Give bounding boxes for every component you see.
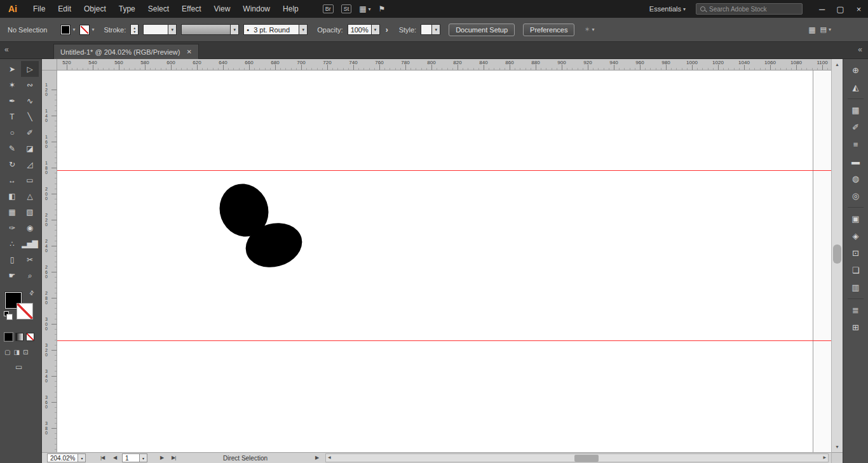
document-setup-button[interactable]: Document Setup xyxy=(449,23,515,36)
gradient-button[interactable] xyxy=(15,333,24,341)
draw-normal-button[interactable]: ▢ xyxy=(4,349,10,356)
horizontal-scrollbar[interactable]: ◀ ▶ xyxy=(325,453,829,462)
gpu-performance-icon[interactable]: ⚑ xyxy=(379,4,386,13)
stroke-color-swatch[interactable] xyxy=(17,303,33,319)
selection-tool[interactable]: ➤ xyxy=(3,61,21,77)
menu-view[interactable]: View xyxy=(208,0,237,18)
menu-edit[interactable]: Edit xyxy=(51,0,78,18)
minimize-button[interactable]: ─ xyxy=(813,0,831,18)
chevron-down-icon[interactable]: ▾ xyxy=(231,24,239,35)
gradient-icon[interactable]: ▬ xyxy=(843,153,868,170)
chevron-down-icon[interactable]: ▾ xyxy=(78,453,86,462)
appearance-icon[interactable]: ◎ xyxy=(843,187,868,205)
scroll-up-icon[interactable]: ▲ xyxy=(832,60,843,69)
scale-tool[interactable]: ◿ xyxy=(21,156,39,172)
color-themes-icon[interactable]: ⊕ xyxy=(843,62,868,79)
pen-tool[interactable]: ✒ xyxy=(3,93,21,109)
none-button[interactable] xyxy=(26,333,34,341)
stock-button[interactable]: St xyxy=(341,4,352,13)
first-artboard-button[interactable]: |◀ xyxy=(100,455,104,460)
menu-help[interactable]: Help xyxy=(276,0,305,18)
bridge-button[interactable]: Br xyxy=(323,4,334,13)
menu-window[interactable]: Window xyxy=(236,0,276,18)
scroll-right-icon[interactable]: ▶ xyxy=(823,455,826,459)
zoom-tool[interactable]: ⌕ xyxy=(21,267,39,283)
previous-artboard-button[interactable]: ◀ xyxy=(113,455,116,460)
hand-tool[interactable]: ☛ xyxy=(3,267,21,283)
blend-tool[interactable]: ◉ xyxy=(21,220,39,236)
workspace-switcher[interactable]: Essentials ▾ xyxy=(649,5,686,13)
type-tool[interactable]: T xyxy=(3,109,21,124)
restore-button[interactable]: ▢ xyxy=(831,0,850,18)
brush-definition-combo[interactable]: • 3 pt. Round ▾ xyxy=(243,24,308,35)
horizontal-ruler[interactable]: 5205405605806006206406606807007207407607… xyxy=(57,59,831,70)
stroke-icon[interactable]: ≡ xyxy=(843,136,868,153)
panel-grid-icon[interactable]: ▦ xyxy=(808,25,815,34)
brushes-icon[interactable]: ✐ xyxy=(843,119,868,136)
pencil-tool[interactable]: ✎ xyxy=(3,140,21,156)
stepper-down-icon[interactable]: ▾ xyxy=(133,30,135,34)
curvature-tool[interactable]: ∿ xyxy=(21,93,39,109)
width-profile-combo[interactable]: ▾ xyxy=(181,24,239,35)
width-tool[interactable]: ↔ xyxy=(3,172,21,188)
last-artboard-button[interactable]: ▶| xyxy=(172,455,175,460)
paintbrush-tool[interactable]: ✐ xyxy=(21,124,39,140)
direct-selection-tool[interactable]: ▷ xyxy=(21,61,39,77)
tab-close-icon[interactable]: ✕ xyxy=(186,48,191,55)
vertical-ruler[interactable]: 1201401601802002202402602803003203403603… xyxy=(42,70,57,452)
status-menu-arrow[interactable]: ▶ xyxy=(315,455,319,460)
chevron-down-icon[interactable]: ▾ xyxy=(432,24,440,35)
arrange-documents-button[interactable]: ▦ ▾ xyxy=(359,4,370,13)
document-tab[interactable]: Untitled-1* @ 204.02% (RGB/Preview) ✕ xyxy=(53,44,199,59)
ruler-origin[interactable] xyxy=(42,59,57,70)
artboard-tool[interactable]: ▯ xyxy=(3,252,21,267)
lasso-tool[interactable]: ∾ xyxy=(21,77,39,93)
style-combo[interactable]: ▾ xyxy=(421,24,440,35)
magic-wand-tool[interactable]: ✶ xyxy=(3,77,21,93)
stroke-width-combo[interactable]: ▾ xyxy=(143,24,177,35)
preferences-button[interactable]: Preferences xyxy=(523,23,574,36)
ellipse-tool[interactable]: ○ xyxy=(3,124,21,140)
opacity-label[interactable]: Opacity: xyxy=(317,26,342,34)
color-button[interactable] xyxy=(4,333,13,341)
stroke-width-stepper[interactable]: ▴ ▾ xyxy=(130,24,139,35)
fill-swatch[interactable] xyxy=(60,25,71,35)
asset-export-icon[interactable]: ⊡ xyxy=(843,245,868,262)
artboard-viewport[interactable] xyxy=(57,70,831,452)
color-guide-icon[interactable]: ◭ xyxy=(843,79,868,96)
rotate-tool[interactable]: ↻ xyxy=(3,156,21,172)
search-input[interactable] xyxy=(709,6,798,13)
swap-fill-stroke-icon[interactable]: ⇄ xyxy=(28,289,36,297)
select-similar-control[interactable]: ✶ ▾ xyxy=(584,25,594,34)
screen-mode-button[interactable]: ▭ xyxy=(15,363,25,372)
opacity-panel-arrow[interactable]: › xyxy=(386,25,388,34)
stroke-swatch[interactable] xyxy=(79,25,90,35)
chevron-down-icon[interactable]: ▾ xyxy=(168,24,177,35)
artboards-icon[interactable]: ▥ xyxy=(843,279,868,296)
eraser-tool[interactable]: ◪ xyxy=(21,140,39,156)
align-icon[interactable]: ≣ xyxy=(843,302,868,319)
artboard-navigation-combo[interactable]: 1 ▾ xyxy=(122,453,147,462)
horizontal-scrollbar-thumb[interactable] xyxy=(574,455,599,462)
menu-effect[interactable]: Effect xyxy=(175,0,207,18)
vertical-scrollbar-thumb[interactable] xyxy=(833,245,841,264)
menu-object[interactable]: Object xyxy=(78,0,112,18)
next-artboard-button[interactable]: ▶ xyxy=(160,455,163,460)
zoom-level-combo[interactable]: 204.02% ▾ xyxy=(47,453,86,462)
graphic-styles-icon[interactable]: ▣ xyxy=(843,210,868,227)
collapse-left-icon[interactable]: « xyxy=(4,45,9,54)
chevron-down-icon[interactable]: ▾ xyxy=(372,24,380,35)
stroke-color-control[interactable]: ▾ xyxy=(79,25,94,35)
chevron-down-icon[interactable]: ▾ xyxy=(299,24,308,35)
symbols-icon[interactable]: ◈ xyxy=(843,227,868,245)
opacity-combo[interactable]: 100% ▾ xyxy=(348,24,380,35)
draw-behind-button[interactable]: ◨ xyxy=(13,349,19,356)
scroll-down-icon[interactable]: ▼ xyxy=(832,442,843,452)
symbol-sprayer-tool[interactable]: ∴ xyxy=(3,236,21,252)
stock-search-box[interactable] xyxy=(696,3,803,15)
control-panel-menu[interactable]: ▤ ▾ xyxy=(820,25,831,34)
fill-color-control[interactable]: ▾ xyxy=(60,25,75,35)
gradient-tool[interactable]: ▧ xyxy=(21,204,39,220)
mesh-tool[interactable]: ▦ xyxy=(3,204,21,220)
perspective-grid-tool[interactable]: △ xyxy=(21,188,39,204)
